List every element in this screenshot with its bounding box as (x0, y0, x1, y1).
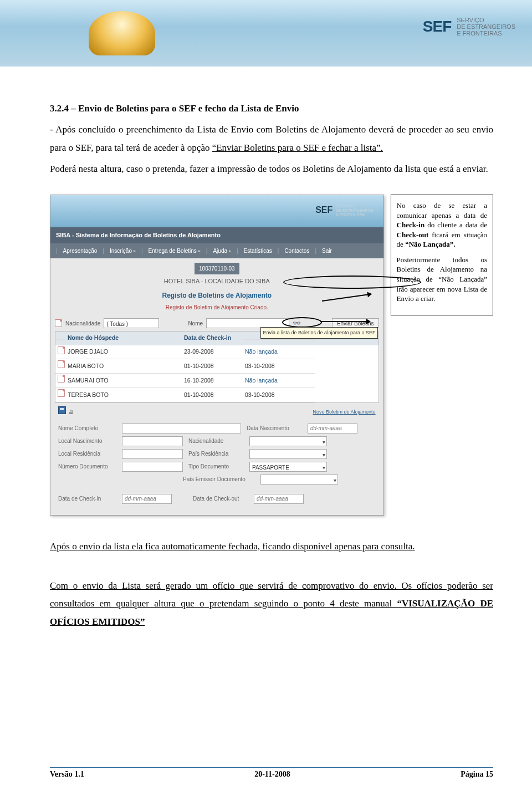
filter-row: Nacionalidade ( Todas ) Nome 👓 Enviar Bo… (50, 315, 383, 331)
app-banner: SEF SERVIÇO DE ESTRANGEIROS E FRONTEIRAS (50, 195, 383, 227)
annotation-arrow-1 (320, 321, 370, 322)
app-screenshot: SEF SERVIÇO DE ESTRANGEIROS E FRONTEIRAS… (50, 195, 384, 516)
table-row[interactable]: JORGE DJALO 23-09-2008 Não lançada (55, 345, 378, 360)
app-sef-logo: SEF (315, 202, 332, 218)
tooltip-enviar: Envia a lista de Boletins de Alojamento … (260, 327, 377, 339)
input-data-nasc[interactable] (308, 424, 357, 433)
doc-icon (55, 319, 62, 327)
label-nome: Nome (188, 318, 203, 329)
select-pais-emissor[interactable] (260, 475, 338, 484)
row-doc-icon (58, 360, 65, 368)
lbl-local-nasc: Local Nascimento (58, 436, 116, 446)
table-row[interactable]: TERESA BOTO 01-10-2008 03-10-2008 (55, 388, 378, 402)
save-icon[interactable] (58, 406, 66, 414)
app-title: SIBA - Sistema de Informação de Boletins… (50, 227, 383, 243)
lbl-tipo-doc: Tipo Documento (188, 461, 244, 472)
table-row[interactable]: MARIA BOTO 01-10-2008 03-10-2008 (55, 359, 378, 374)
select-nacionalidade-form[interactable] (249, 436, 327, 446)
lbl-nacionalidade: Nacionalidade (188, 436, 244, 446)
menu-contactos[interactable]: Contactos (284, 246, 309, 256)
section-title: 3.2.4 – Envio de Boletins para o SEF e f… (50, 100, 493, 118)
app-sef-tagline: SERVIÇO DE ESTRANGEIROS E FRONTEIRAS (336, 204, 373, 217)
input-local-res[interactable] (122, 449, 183, 459)
select-pais-res[interactable] (249, 449, 327, 459)
lbl-pais-emissor: País Emissor Documento (183, 474, 255, 484)
sef-tagline: SERVIÇO DE ESTRANGEIROS E FRONTEIRAS (457, 17, 515, 37)
select-tipo-doc[interactable]: PASSAPORTE (249, 462, 327, 472)
menu-estatisticas[interactable]: Estatísticas (244, 246, 272, 256)
sef-logo-block: SEF SERVIÇO DE ESTRANGEIROS E FRONTEIRAS (423, 17, 515, 37)
data-grid: Nome do Hóspede Data de Check-in JORGE D… (55, 331, 379, 404)
page-banner: SEF SERVIÇO DE ESTRANGEIROS E FRONTEIRAS (0, 0, 532, 67)
input-checkout[interactable] (254, 494, 304, 504)
input-checkin[interactable] (122, 494, 172, 504)
menu-sair[interactable]: Sair (322, 246, 332, 256)
link-novo-boletim[interactable]: Novo Boletim de Alojamento (313, 407, 376, 417)
lbl-data-nasc: Data Nascimento (247, 423, 302, 433)
footer-version: Versão 1.1 (50, 770, 84, 779)
footer-page: Página 15 (461, 770, 493, 779)
lbl-checkin: Data de Check-in (58, 493, 116, 504)
menu-ajuda[interactable]: Ajuda (213, 246, 231, 256)
lbl-local-res: Local Residência (58, 448, 116, 459)
paragraph-1: - Após concluído o preenchimento da List… (50, 121, 493, 157)
menu-inscricao[interactable]: Inscrição (110, 246, 136, 256)
form-area: Nome Completo Data Nascimento Local Nasc… (50, 419, 383, 508)
menu-apresentacao[interactable]: Apresentação (63, 246, 98, 256)
input-nome-completo[interactable] (122, 424, 241, 433)
sef-logo-text: SEF (423, 18, 451, 35)
callout-box: No caso de se estar a comunicar apenas a… (391, 195, 493, 315)
registo-sub: Registo de Boletim de Alojamento Criado. (50, 302, 383, 313)
paragraph-4: Com o envio da Lista será gerado um ofíc… (50, 577, 493, 631)
row-doc-icon (58, 375, 65, 382)
select-nacionalidade[interactable]: ( Todas ) (104, 318, 159, 328)
menu-entrega[interactable]: Entrega de Boletins (149, 246, 201, 256)
app-menu[interactable]: Apresentação Inscrição Entrega de Boleti… (50, 243, 383, 258)
row-doc-icon (58, 389, 65, 397)
lbl-num-doc: Número Documento (58, 461, 116, 472)
page-footer: Versão 1.1 20-11-2008 Página 15 (0, 767, 532, 795)
table-row[interactable]: SAMURAI OTO 16-10-2008 Não lançada (55, 374, 378, 388)
paragraph-3: Após o envio da lista ela fica automatic… (50, 538, 493, 555)
lbl-pais-res: País Residência (188, 448, 244, 459)
label-nacionalidade: Nacionalidade (65, 318, 100, 329)
input-num-doc[interactable] (122, 462, 183, 472)
print-icon[interactable]: 🖶 (69, 410, 74, 415)
lbl-checkout: Data de Check-out (193, 493, 248, 504)
registo-title: Registo de Boletins de Alojamento (50, 289, 383, 302)
footer-date: 20-11-2008 (254, 770, 290, 779)
paragraph-2: Poderá nesta altura, caso o pretenda, fa… (50, 160, 493, 178)
row-doc-icon (58, 346, 65, 354)
lbl-nome-completo: Nome Completo (58, 423, 116, 433)
input-local-nasc[interactable] (122, 436, 183, 446)
hotel-id: 100370110-03 (195, 263, 239, 274)
